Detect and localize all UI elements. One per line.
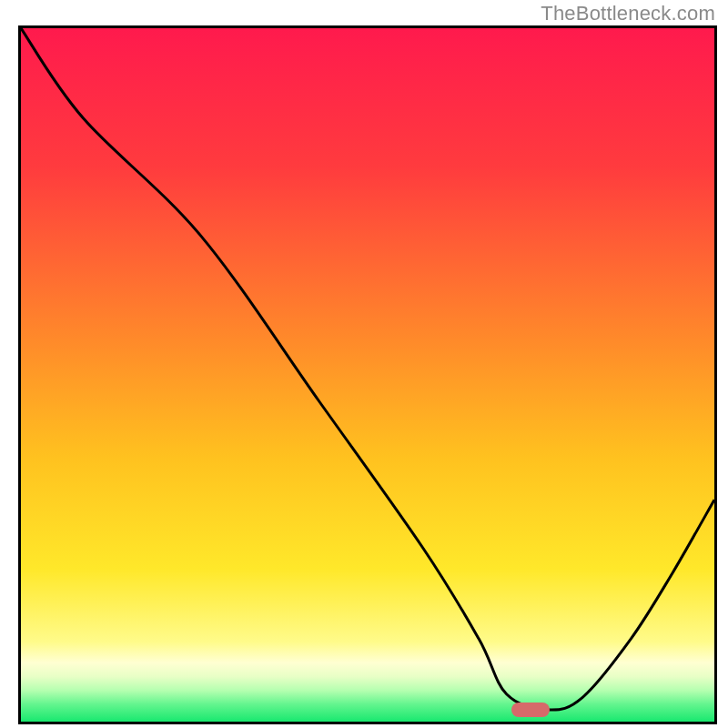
bottleneck-curve bbox=[21, 28, 714, 710]
watermark-text: TheBottleneck.com bbox=[541, 2, 715, 25]
chart-stage: TheBottleneck.com bbox=[0, 0, 728, 728]
plot-area bbox=[18, 25, 717, 724]
optimal-point-marker bbox=[511, 703, 550, 717]
line-chart bbox=[21, 28, 714, 722]
